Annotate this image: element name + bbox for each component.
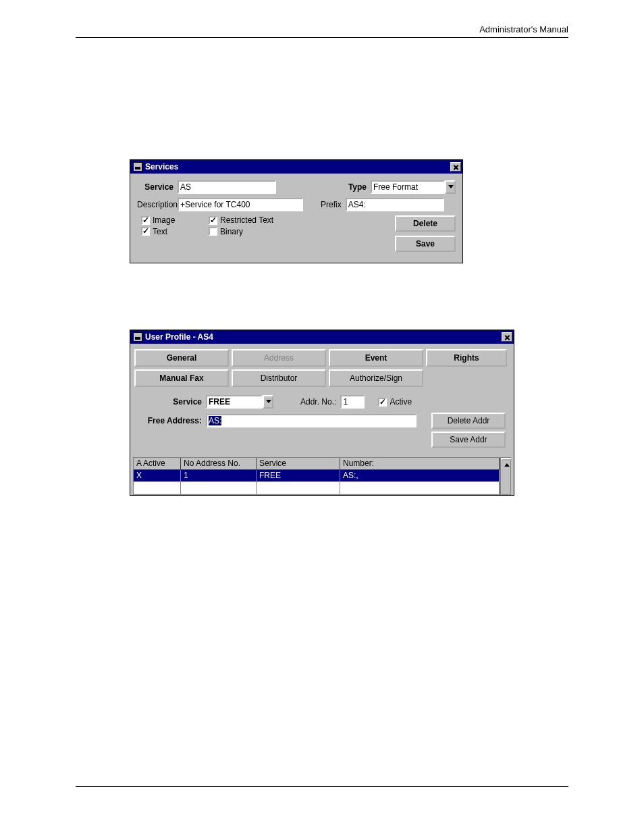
close-icon[interactable] [450,162,461,172]
page-header: Administrator's Manual [76,24,568,38]
col-no: No Address No. [181,458,257,470]
address-table: A Active No Address No. Service Number: … [133,457,500,495]
chevron-down-icon[interactable] [445,180,456,194]
checkbox-icon [141,227,150,236]
description-label: Description [137,200,178,209]
scroll-up-icon[interactable] [501,458,512,461]
table-row[interactable]: X 1 FREE AS:, [134,470,500,482]
addr-no-label: Addr. No.: [300,397,336,407]
tab-distributor[interactable]: Distributor [232,369,326,387]
checkbox-icon [209,216,217,225]
restricted-text-checkbox[interactable]: Restricted Text [209,215,273,225]
tab-general[interactable]: General [134,349,229,367]
tab-rights[interactable]: Rights [426,349,507,367]
col-number: Number: [340,458,500,470]
binary-checkbox[interactable]: Binary [209,227,243,236]
app-icon [133,162,142,172]
app-icon [133,332,142,342]
table-row[interactable] [134,482,500,494]
addr-no-input[interactable] [340,395,365,409]
image-checkbox[interactable]: Image [141,215,175,225]
free-address-label: Free Address: [138,416,206,425]
delete-addr-button[interactable]: Delete Addr [431,413,506,429]
prefix-input[interactable] [346,198,444,211]
service-input[interactable] [178,180,276,194]
type-label: Type [348,182,371,192]
table-header-row: A Active No Address No. Service Number: [134,458,500,470]
checkbox-icon [378,398,387,407]
user-profile-window: User Profile - AS4 General Address Event… [130,330,514,496]
text-checkbox[interactable]: Text [141,227,167,236]
services-window: Services Service Type Description Prefix [130,159,463,263]
close-icon[interactable] [502,332,512,342]
type-combo[interactable] [371,180,456,194]
free-address-input[interactable]: AS: [209,416,221,425]
tab-event[interactable]: Event [329,349,423,367]
active-checkbox[interactable]: Active [378,397,412,407]
profile-titlebar: User Profile - AS4 [130,330,514,344]
chevron-down-icon[interactable] [263,395,273,409]
service-label: Service [137,182,178,192]
checkbox-icon [209,227,217,236]
profile-service-input[interactable] [206,395,263,409]
prefix-label: Prefix [321,200,346,209]
tab-manual-fax[interactable]: Manual Fax [134,369,229,387]
tab-address[interactable]: Address [232,349,326,367]
save-button[interactable]: Save [395,236,456,252]
page-footer-rule [76,786,568,787]
profile-title: User Profile - AS4 [145,332,502,342]
col-service: Service [257,458,340,470]
checkbox-icon [141,216,150,225]
profile-service-combo[interactable] [206,395,273,409]
tab-authorize-sign[interactable]: Authorize/Sign [329,369,423,387]
delete-button[interactable]: Delete [395,215,456,232]
type-input[interactable] [371,180,445,194]
description-input[interactable] [178,198,303,211]
save-addr-button[interactable]: Save Addr [431,432,506,448]
services-title: Services [145,162,450,172]
profile-service-label: Service [138,397,206,407]
services-titlebar: Services [130,160,462,174]
col-active: A Active [134,458,181,470]
